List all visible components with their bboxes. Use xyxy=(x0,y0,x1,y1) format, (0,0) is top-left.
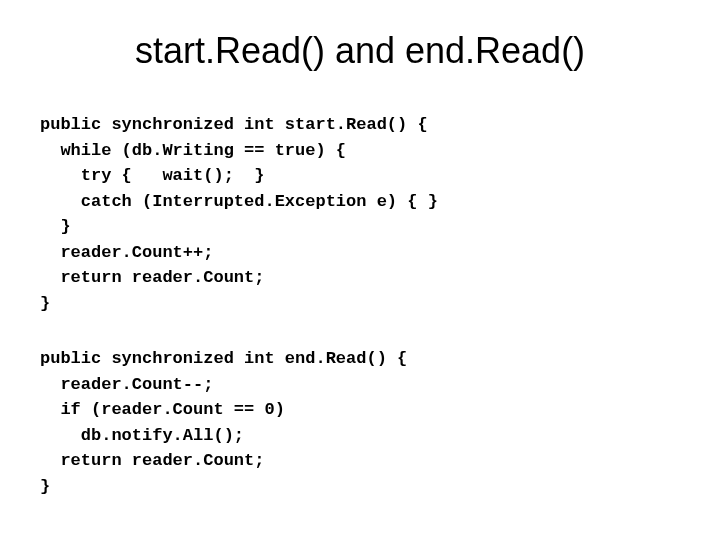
code-block-end-read: public synchronized int end.Read() { rea… xyxy=(40,346,680,499)
slide-title: start.Read() and end.Read() xyxy=(40,30,680,72)
code-block-start-read: public synchronized int start.Read() { w… xyxy=(40,112,680,316)
